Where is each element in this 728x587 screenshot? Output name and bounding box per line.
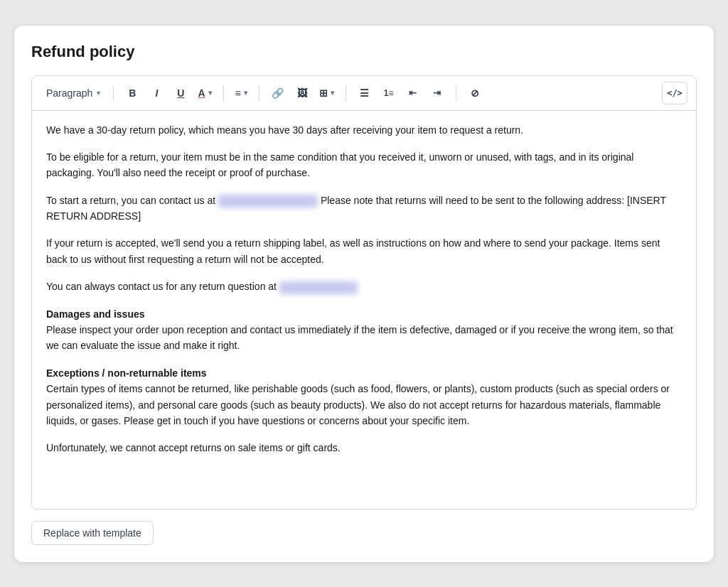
align-button[interactable]: ≡ ▾ [231,82,252,104]
link-icon: 🔗 [272,87,284,99]
bold-icon: B [129,87,136,99]
numbered-list-button[interactable]: 1≡ [378,82,400,104]
editor-toolbar: Paragraph ▾ B I U A ▾ [32,76,696,111]
email-link-2 [279,281,358,294]
page-title: Refund policy [31,43,697,61]
paragraph-sale-items: Unfortunately, we cannot accept returns … [46,440,682,456]
exceptions-text: Certain types of items cannot be returne… [46,383,670,426]
bullet-list-button[interactable]: ☰ [353,82,376,104]
chevron-down-icon: ▾ [97,89,100,97]
refund-policy-card: Refund policy Paragraph ▾ B I U [14,26,714,562]
damages-heading: Damages and issues [46,308,145,320]
paragraph-start-return: To start a return, you can contact us at… [46,193,682,225]
toolbar-divider-2 [223,85,224,101]
source-code-button[interactable]: </> [662,82,687,104]
paragraph-30-day-policy: We have a 30-day return policy, which me… [46,122,682,138]
bullet-list-icon: ☰ [360,87,369,99]
underline-icon: U [177,87,184,99]
paragraph-accepted-return: If your return is accepted, we'll send y… [46,235,682,267]
text-format-group: B I U A ▾ [121,82,215,104]
paragraph-style-button[interactable]: Paragraph ▾ [41,85,106,102]
email-link-1 [218,195,318,208]
paragraph-style-label: Paragraph [46,87,92,99]
indent-right-button[interactable]: ⇥ [426,82,449,104]
table-icon: ⊞ [319,87,328,99]
font-color-chevron-icon: ▾ [208,89,212,97]
source-code-icon: </> [667,88,682,98]
rich-text-editor: Paragraph ▾ B I U A ▾ [31,75,697,510]
paragraph-exceptions-section: Exceptions / non-returnable items Certai… [46,365,682,429]
replace-button-label: Replace with template [43,527,141,539]
image-button[interactable]: 🖼 [291,82,314,104]
editor-body[interactable]: We have a 30-day return policy, which me… [32,111,696,509]
indent-right-icon: ⇥ [433,87,441,98]
image-icon: 🖼 [297,87,307,99]
indent-left-button[interactable]: ⇤ [402,82,424,104]
clear-format-button[interactable]: ⊘ [464,82,486,104]
toolbar-divider-4 [346,85,346,101]
exceptions-heading: Exceptions / non-returnable items [46,367,207,379]
link-button[interactable]: 🔗 [267,82,289,104]
underline-button[interactable]: U [169,82,192,104]
paragraph-damages-section: Damages and issues Please inspect your o… [46,306,682,354]
italic-button[interactable]: I [145,82,168,104]
font-color-icon: A [198,87,205,99]
toolbar-divider-3 [259,85,259,101]
toolbar-divider-5 [456,85,456,101]
font-color-button[interactable]: A ▾ [193,82,215,104]
table-chevron-icon: ▾ [331,89,334,97]
paragraph-eligibility: To be eligible for a return, your item m… [46,149,682,181]
table-button[interactable]: ⊞ ▾ [315,82,338,104]
indent-left-icon: ⇤ [409,87,417,98]
clear-format-group: ⊘ [464,82,486,104]
align-icon: ≡ [235,87,241,99]
align-chevron-icon: ▾ [244,89,247,97]
bold-button[interactable]: B [121,82,144,104]
damages-text: Please inspect your order upon reception… [46,324,673,351]
align-group: ≡ ▾ [231,82,252,104]
numbered-list-icon: 1≡ [384,88,394,98]
clear-format-icon: ⊘ [471,87,479,99]
insert-group: 🔗 🖼 ⊞ ▾ [267,82,338,104]
replace-with-template-button[interactable]: Replace with template [31,521,154,545]
paragraph-contact-questions: You can always contact us for any return… [46,279,682,294]
italic-icon: I [155,87,158,99]
list-group: ☰ 1≡ ⇤ ⇥ [353,82,449,104]
paragraph-group: Paragraph ▾ [41,85,106,102]
toolbar-divider-1 [113,85,114,101]
